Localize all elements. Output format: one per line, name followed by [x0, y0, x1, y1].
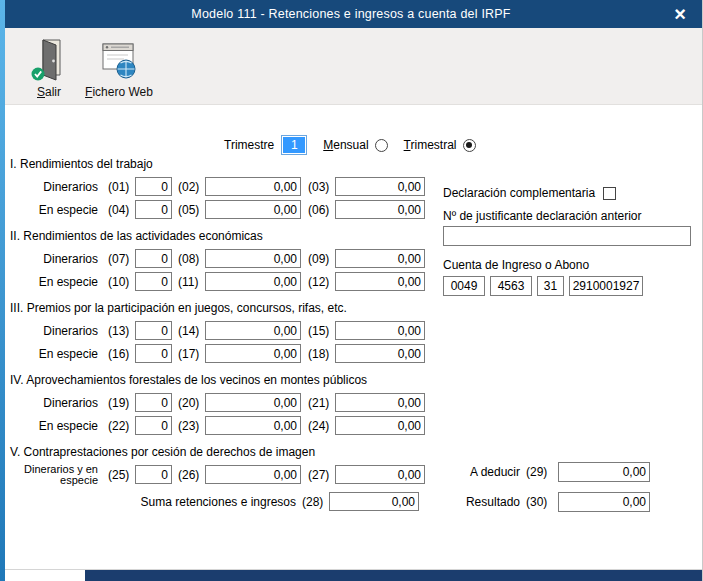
trimestral-label: Trimestral — [404, 138, 457, 152]
field-03[interactable] — [335, 177, 425, 196]
salir-button[interactable]: Salir — [19, 34, 79, 99]
field-code: (06) — [308, 203, 335, 217]
titlebar[interactable]: Modelo 111 - Retenciones e ingresos a cu… — [0, 0, 702, 28]
field-code: (16) — [108, 347, 135, 361]
field-13[interactable] — [135, 321, 172, 340]
section-2: II. Rendimientos de las actividades econ… — [10, 229, 446, 293]
field-code: (15) — [308, 324, 335, 338]
field-17[interactable] — [205, 344, 301, 363]
field-21[interactable] — [335, 393, 425, 412]
section-title: II. Rendimientos de las actividades econ… — [10, 229, 446, 244]
section-title: V. Contraprestaciones por cesión de dere… — [10, 445, 446, 460]
field-30[interactable] — [558, 492, 650, 512]
field-code: (18) — [308, 347, 335, 361]
cuenta-label: Cuenta de Ingreso o Abono — [443, 258, 691, 273]
complementaria-row: Declaración complementaria — [443, 185, 691, 201]
period-row: Trimestre 1 Mensual Trimestral — [224, 135, 476, 155]
cuenta-row — [443, 276, 691, 296]
field-26[interactable] — [205, 465, 301, 484]
row-label: Dinerarios — [10, 396, 108, 410]
justificante-input[interactable] — [443, 226, 691, 246]
field-22[interactable] — [135, 416, 172, 435]
form-row: Dinerarios (13) (14) (15) — [10, 319, 446, 342]
field-code: (09) — [308, 252, 335, 266]
field-28[interactable] — [329, 492, 419, 511]
window-title: Modelo 111 - Retenciones e ingresos a cu… — [191, 7, 510, 21]
field-23[interactable] — [205, 416, 301, 435]
field-11[interactable] — [205, 272, 301, 291]
row-label: Dinerarios — [10, 180, 108, 194]
justificante-label: Nº de justificante declaración anterior — [443, 209, 691, 224]
field-code: (01) — [108, 180, 135, 194]
a-deducir-row: A deducir (29) — [460, 462, 650, 482]
row-label: En especie — [10, 203, 108, 217]
complementaria-label: Declaración complementaria — [443, 186, 595, 200]
field-code: (04) — [108, 203, 135, 217]
field-09[interactable] — [335, 249, 425, 268]
field-code: (19) — [108, 396, 135, 410]
field-code: (26) — [178, 468, 205, 482]
field-16[interactable] — [135, 344, 172, 363]
field-code: (30) — [526, 495, 552, 509]
cuenta-dc-input[interactable] — [537, 276, 564, 296]
close-icon[interactable]: × — [668, 2, 692, 26]
exit-door-icon — [30, 34, 68, 82]
field-08[interactable] — [205, 249, 301, 268]
field-code: (22) — [108, 419, 135, 433]
form-row: En especie (04) (05) (06) — [10, 198, 446, 221]
section-title: III. Premios por la participación en jue… — [10, 301, 446, 316]
field-code: (02) — [178, 180, 205, 194]
field-20[interactable] — [205, 393, 301, 412]
field-06[interactable] — [335, 200, 425, 219]
cuenta-oficina-input[interactable] — [490, 276, 532, 296]
section-title: IV. Aprovechamientos forestales de los v… — [10, 373, 446, 388]
row-label: En especie — [10, 347, 108, 361]
field-01[interactable] — [135, 177, 172, 196]
form-row: Dinerarios (07) (08) (09) — [10, 247, 446, 270]
field-10[interactable] — [135, 272, 172, 291]
complementaria-checkbox[interactable] — [603, 187, 616, 200]
field-code: (10) — [108, 275, 135, 289]
section-1: I. Rendimientos del trabajo Dinerarios (… — [10, 157, 446, 221]
field-code: (11) — [178, 275, 205, 289]
modelo-111-dialog: Modelo 111 - Retenciones e ingresos a cu… — [0, 0, 703, 581]
salir-label: Salir — [37, 85, 61, 99]
field-27[interactable] — [335, 465, 425, 484]
trimestre-input[interactable]: 1 — [281, 135, 307, 155]
field-24[interactable] — [335, 416, 425, 435]
field-12[interactable] — [335, 272, 425, 291]
field-02[interactable] — [205, 177, 301, 196]
field-14[interactable] — [205, 321, 301, 340]
trimestre-label: Trimestre — [224, 138, 274, 152]
resultado-row: Resultado (30) — [460, 492, 650, 512]
sections-column: I. Rendimientos del trabajo Dinerarios (… — [10, 157, 446, 513]
section-title: I. Rendimientos del trabajo — [10, 157, 446, 172]
form-row: En especie (22) (23) (24) — [10, 414, 446, 437]
fichero-web-label: Fichero Web — [85, 85, 153, 99]
form-row: En especie (16) (17) (18) — [10, 342, 446, 365]
cuenta-numero-input[interactable] — [569, 276, 643, 296]
fichero-web-button[interactable]: Fichero Web — [81, 34, 157, 99]
cuenta-entidad-input[interactable] — [443, 276, 485, 296]
field-code: (28) — [302, 495, 329, 509]
field-29[interactable] — [558, 462, 650, 482]
field-05[interactable] — [205, 200, 301, 219]
field-code: (05) — [178, 203, 205, 217]
field-25[interactable] — [135, 465, 172, 484]
right-panel: Declaración complementaria Nº de justifi… — [443, 185, 691, 296]
trimestral-radio[interactable] — [463, 139, 476, 152]
field-19[interactable] — [135, 393, 172, 412]
field-04[interactable] — [135, 200, 172, 219]
field-code: (21) — [308, 396, 335, 410]
field-code: (12) — [308, 275, 335, 289]
field-code: (17) — [178, 347, 205, 361]
field-18[interactable] — [335, 344, 425, 363]
row-label: Dinerarios y en especie — [10, 464, 108, 486]
row-label: Dinerarios — [10, 324, 108, 338]
field-07[interactable] — [135, 249, 172, 268]
suma-label: Suma retenciones e ingresos — [10, 495, 302, 509]
field-code: (29) — [526, 465, 552, 479]
form-row: En especie (10) (11) (12) — [10, 270, 446, 293]
mensual-radio[interactable] — [375, 139, 388, 152]
field-15[interactable] — [335, 321, 425, 340]
